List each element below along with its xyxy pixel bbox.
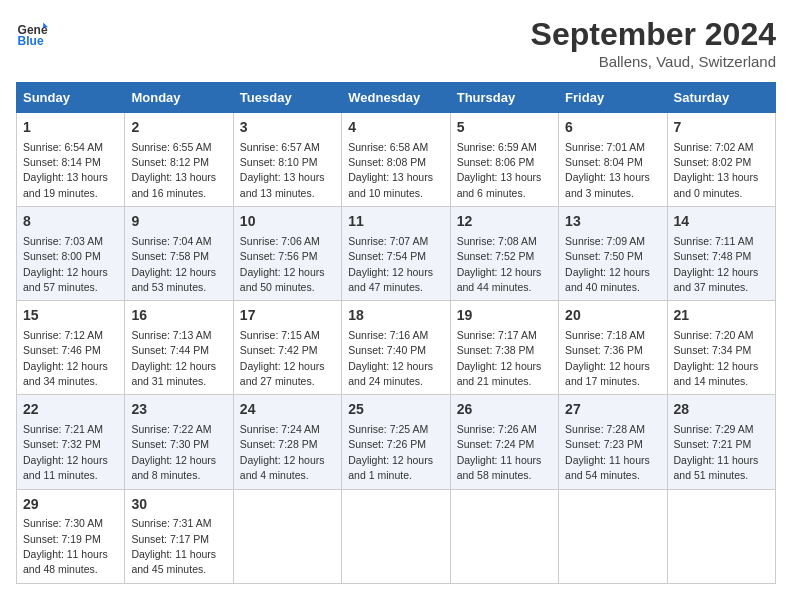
day-number: 25	[348, 400, 443, 420]
calendar-cell: 2Sunrise: 6:55 AMSunset: 8:12 PMDaylight…	[125, 113, 233, 207]
calendar-cell: 27Sunrise: 7:28 AMSunset: 7:23 PMDayligh…	[559, 395, 667, 489]
calendar-cell: 29Sunrise: 7:30 AMSunset: 7:19 PMDayligh…	[17, 489, 125, 583]
day-number: 9	[131, 212, 226, 232]
day-number: 30	[131, 495, 226, 515]
cell-info: Sunrise: 7:13 AMSunset: 7:44 PMDaylight:…	[131, 329, 216, 387]
header-friday: Friday	[559, 83, 667, 113]
calendar-cell: 7Sunrise: 7:02 AMSunset: 8:02 PMDaylight…	[667, 113, 775, 207]
calendar-cell	[233, 489, 341, 583]
cell-info: Sunrise: 7:20 AMSunset: 7:34 PMDaylight:…	[674, 329, 759, 387]
day-number: 26	[457, 400, 552, 420]
cell-info: Sunrise: 7:16 AMSunset: 7:40 PMDaylight:…	[348, 329, 433, 387]
calendar-cell: 15Sunrise: 7:12 AMSunset: 7:46 PMDayligh…	[17, 301, 125, 395]
calendar-cell: 3Sunrise: 6:57 AMSunset: 8:10 PMDaylight…	[233, 113, 341, 207]
day-number: 10	[240, 212, 335, 232]
cell-info: Sunrise: 7:22 AMSunset: 7:30 PMDaylight:…	[131, 423, 216, 481]
calendar-table: SundayMondayTuesdayWednesdayThursdayFrid…	[16, 82, 776, 584]
day-number: 20	[565, 306, 660, 326]
calendar-cell: 18Sunrise: 7:16 AMSunset: 7:40 PMDayligh…	[342, 301, 450, 395]
cell-info: Sunrise: 7:12 AMSunset: 7:46 PMDaylight:…	[23, 329, 108, 387]
cell-info: Sunrise: 7:11 AMSunset: 7:48 PMDaylight:…	[674, 235, 759, 293]
header-row: SundayMondayTuesdayWednesdayThursdayFrid…	[17, 83, 776, 113]
day-number: 13	[565, 212, 660, 232]
day-number: 27	[565, 400, 660, 420]
calendar-cell: 16Sunrise: 7:13 AMSunset: 7:44 PMDayligh…	[125, 301, 233, 395]
cell-info: Sunrise: 6:59 AMSunset: 8:06 PMDaylight:…	[457, 141, 542, 199]
cell-info: Sunrise: 6:55 AMSunset: 8:12 PMDaylight:…	[131, 141, 216, 199]
day-number: 22	[23, 400, 118, 420]
day-number: 7	[674, 118, 769, 138]
calendar-cell: 20Sunrise: 7:18 AMSunset: 7:36 PMDayligh…	[559, 301, 667, 395]
cell-info: Sunrise: 6:58 AMSunset: 8:08 PMDaylight:…	[348, 141, 433, 199]
calendar-week-2: 8Sunrise: 7:03 AMSunset: 8:00 PMDaylight…	[17, 207, 776, 301]
calendar-cell: 24Sunrise: 7:24 AMSunset: 7:28 PMDayligh…	[233, 395, 341, 489]
cell-info: Sunrise: 7:28 AMSunset: 7:23 PMDaylight:…	[565, 423, 650, 481]
day-number: 17	[240, 306, 335, 326]
calendar-cell: 23Sunrise: 7:22 AMSunset: 7:30 PMDayligh…	[125, 395, 233, 489]
calendar-week-1: 1Sunrise: 6:54 AMSunset: 8:14 PMDaylight…	[17, 113, 776, 207]
calendar-cell: 11Sunrise: 7:07 AMSunset: 7:54 PMDayligh…	[342, 207, 450, 301]
calendar-cell: 22Sunrise: 7:21 AMSunset: 7:32 PMDayligh…	[17, 395, 125, 489]
calendar-cell: 6Sunrise: 7:01 AMSunset: 8:04 PMDaylight…	[559, 113, 667, 207]
calendar-cell	[559, 489, 667, 583]
cell-info: Sunrise: 7:17 AMSunset: 7:38 PMDaylight:…	[457, 329, 542, 387]
month-title: September 2024	[531, 16, 776, 53]
day-number: 21	[674, 306, 769, 326]
header-tuesday: Tuesday	[233, 83, 341, 113]
calendar-cell: 28Sunrise: 7:29 AMSunset: 7:21 PMDayligh…	[667, 395, 775, 489]
calendar-week-3: 15Sunrise: 7:12 AMSunset: 7:46 PMDayligh…	[17, 301, 776, 395]
header-monday: Monday	[125, 83, 233, 113]
day-number: 16	[131, 306, 226, 326]
cell-info: Sunrise: 7:24 AMSunset: 7:28 PMDaylight:…	[240, 423, 325, 481]
header-sunday: Sunday	[17, 83, 125, 113]
day-number: 1	[23, 118, 118, 138]
calendar-cell: 30Sunrise: 7:31 AMSunset: 7:17 PMDayligh…	[125, 489, 233, 583]
cell-info: Sunrise: 7:07 AMSunset: 7:54 PMDaylight:…	[348, 235, 433, 293]
header-saturday: Saturday	[667, 83, 775, 113]
cell-info: Sunrise: 7:21 AMSunset: 7:32 PMDaylight:…	[23, 423, 108, 481]
day-number: 24	[240, 400, 335, 420]
calendar-cell: 26Sunrise: 7:26 AMSunset: 7:24 PMDayligh…	[450, 395, 558, 489]
calendar-cell: 12Sunrise: 7:08 AMSunset: 7:52 PMDayligh…	[450, 207, 558, 301]
day-number: 19	[457, 306, 552, 326]
calendar-cell: 25Sunrise: 7:25 AMSunset: 7:26 PMDayligh…	[342, 395, 450, 489]
header-thursday: Thursday	[450, 83, 558, 113]
cell-info: Sunrise: 6:54 AMSunset: 8:14 PMDaylight:…	[23, 141, 108, 199]
calendar-cell	[342, 489, 450, 583]
calendar-cell: 4Sunrise: 6:58 AMSunset: 8:08 PMDaylight…	[342, 113, 450, 207]
page-header: General Blue September 2024 Ballens, Vau…	[16, 16, 776, 70]
header-wednesday: Wednesday	[342, 83, 450, 113]
calendar-week-4: 22Sunrise: 7:21 AMSunset: 7:32 PMDayligh…	[17, 395, 776, 489]
calendar-cell: 8Sunrise: 7:03 AMSunset: 8:00 PMDaylight…	[17, 207, 125, 301]
day-number: 6	[565, 118, 660, 138]
day-number: 18	[348, 306, 443, 326]
day-number: 23	[131, 400, 226, 420]
calendar-cell: 13Sunrise: 7:09 AMSunset: 7:50 PMDayligh…	[559, 207, 667, 301]
cell-info: Sunrise: 7:08 AMSunset: 7:52 PMDaylight:…	[457, 235, 542, 293]
cell-info: Sunrise: 7:26 AMSunset: 7:24 PMDaylight:…	[457, 423, 542, 481]
day-number: 5	[457, 118, 552, 138]
cell-info: Sunrise: 7:04 AMSunset: 7:58 PMDaylight:…	[131, 235, 216, 293]
cell-info: Sunrise: 7:25 AMSunset: 7:26 PMDaylight:…	[348, 423, 433, 481]
calendar-cell: 14Sunrise: 7:11 AMSunset: 7:48 PMDayligh…	[667, 207, 775, 301]
cell-info: Sunrise: 7:01 AMSunset: 8:04 PMDaylight:…	[565, 141, 650, 199]
day-number: 28	[674, 400, 769, 420]
day-number: 15	[23, 306, 118, 326]
cell-info: Sunrise: 7:03 AMSunset: 8:00 PMDaylight:…	[23, 235, 108, 293]
calendar-cell	[450, 489, 558, 583]
title-block: September 2024 Ballens, Vaud, Switzerlan…	[531, 16, 776, 70]
day-number: 12	[457, 212, 552, 232]
calendar-week-5: 29Sunrise: 7:30 AMSunset: 7:19 PMDayligh…	[17, 489, 776, 583]
calendar-cell: 9Sunrise: 7:04 AMSunset: 7:58 PMDaylight…	[125, 207, 233, 301]
calendar-cell: 1Sunrise: 6:54 AMSunset: 8:14 PMDaylight…	[17, 113, 125, 207]
calendar-cell: 5Sunrise: 6:59 AMSunset: 8:06 PMDaylight…	[450, 113, 558, 207]
day-number: 11	[348, 212, 443, 232]
day-number: 2	[131, 118, 226, 138]
cell-info: Sunrise: 7:31 AMSunset: 7:17 PMDaylight:…	[131, 517, 216, 575]
cell-info: Sunrise: 7:29 AMSunset: 7:21 PMDaylight:…	[674, 423, 759, 481]
logo-icon: General Blue	[16, 16, 48, 48]
svg-text:Blue: Blue	[18, 34, 44, 48]
calendar-cell: 10Sunrise: 7:06 AMSunset: 7:56 PMDayligh…	[233, 207, 341, 301]
cell-info: Sunrise: 7:15 AMSunset: 7:42 PMDaylight:…	[240, 329, 325, 387]
calendar-cell: 17Sunrise: 7:15 AMSunset: 7:42 PMDayligh…	[233, 301, 341, 395]
